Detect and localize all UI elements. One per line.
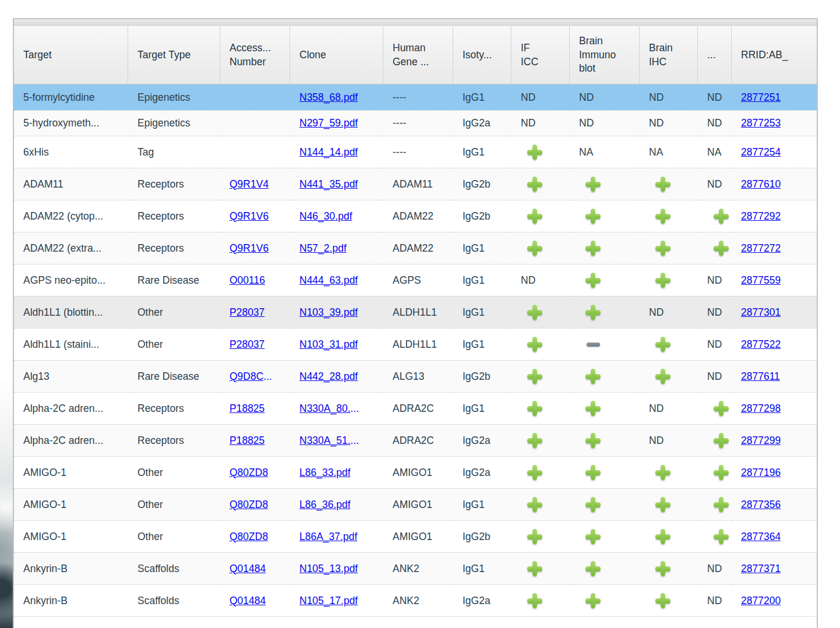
rrid-link[interactable]: 2877196 [741,467,781,478]
human-gene-cell: ADAM22 [383,200,453,232]
table-row[interactable]: AGPS neo-epito... Rare Disease O00116 N4… [14,264,817,296]
brain-ihc-cell: ND [640,392,698,424]
accession-link[interactable]: P18825 [230,435,264,446]
column-header-rrid[interactable]: RRID:AB_ [732,26,817,84]
table-row[interactable]: Alpha-2C adren... Receptors P18825 N330A… [14,392,817,424]
brain-immunoblot-cell [570,264,640,296]
accession-link[interactable]: Q9R1V6 [230,242,269,254]
accession-link[interactable]: O00116 [230,274,265,286]
clone-pdf-link[interactable]: N57_2.pdf [299,242,347,254]
rrid-link[interactable]: 2877559 [741,274,781,286]
table-row[interactable]: Ankyrin-B Scaffolds Q01484 N105_13.pdf A… [14,552,817,584]
accession-link[interactable]: Q80ZD8 [230,531,268,542]
clone-pdf-link[interactable]: N103_31.pdf [299,338,358,350]
if-icc-cell [511,552,570,584]
target-type-cell: Receptors [128,232,220,264]
table-row[interactable]: AMIGO-1 Other Q80ZD8 L86_33.pdf AMIGO1 I… [14,456,817,488]
column-header-target[interactable]: Target [14,26,128,84]
clone-pdf-link[interactable]: N330A_80. [299,403,351,414]
table-row[interactable]: ADAM22 (cytop... Receptors Q9R1V6 N46_30… [14,200,817,232]
target-type-text: Receptors [137,435,184,446]
plus-icon [714,465,729,480]
plus-icon [527,593,542,608]
table-row[interactable]: 5-hydroxymeth... Epigenetics N297_59.pdf… [14,110,817,136]
status-text: ND [707,91,722,104]
column-header-clone[interactable]: Clone [290,26,383,84]
rrid-link[interactable]: 2877356 [741,499,781,510]
rrid-link[interactable]: 2877272 [741,242,781,254]
clone-pdf-link[interactable]: N442_28.pdf [299,371,358,382]
accession-link[interactable]: Q80ZD8 [230,499,268,510]
accession-link[interactable]: Q9D8C [230,371,263,382]
rrid-link[interactable]: 2877251 [741,91,781,103]
clone-pdf-link[interactable]: L86A_37.pdf [299,531,357,542]
table-row[interactable]: AMIGO-1 Other Q80ZD8 L86_36.pdf AMIGO1 I… [14,488,817,520]
accession-link[interactable]: Q9R1V4 [230,178,269,190]
table-row[interactable]: 5-formylcytidine Epigenetics N358_68.pdf… [14,84,817,110]
clone-pdf-link[interactable]: L86_33.pdf [299,467,351,478]
rrid-link[interactable]: 2877610 [741,178,781,190]
table-row[interactable]: Alg13 Rare Disease Q9D8C... N442_28.pdf … [14,360,817,392]
column-header-human-gene[interactable]: Human Gene ... [383,26,453,84]
clone-pdf-link[interactable]: N441_35.pdf [299,178,358,190]
accession-link[interactable]: Q80ZD8 [230,467,268,478]
accession-link[interactable]: Q9R1V6 [230,210,269,222]
table-row[interactable]: 6xHis Tag N144_14.pdf ---- IgG1 NA NA NA… [14,136,817,168]
column-header-if-icc[interactable]: IF ICC [511,26,570,84]
plus-icon [585,401,601,416]
table-row[interactable]: Alpha-2C adren... Receptors P18825 N330A… [14,424,817,456]
clone-pdf-link[interactable]: N105_13.pdf [299,563,358,574]
table-row[interactable]: ADAM22 (extra... Receptors Q9R1V6 N57_2.… [14,232,817,264]
rrid-link[interactable]: 2877200 [741,595,781,606]
rrid-link[interactable]: 2877292 [741,210,781,222]
brain-ihc-cell: ND [640,84,698,110]
rrid-link[interactable]: 2877301 [741,306,781,318]
rrid-link[interactable]: 2877371 [741,563,781,574]
column-header-target-type[interactable]: Target Type [128,26,220,84]
target-type-cell: Other [128,488,220,520]
accession-link[interactable]: Q01484 [230,563,266,574]
clone-pdf-link[interactable]: N297_59.pdf [299,117,358,129]
clone-pdf-link[interactable]: L86_36.pdf [299,499,351,510]
status-text: ND [649,403,663,415]
table-row[interactable]: AMIGO-1 Other Q80ZD8 L86A_37.pdf AMIGO1 … [14,520,817,552]
clone-pdf-link[interactable]: N330A_51. [299,435,351,446]
plus-icon [527,433,542,448]
plus-icon [714,433,729,448]
column-header-more[interactable]: ... [698,26,732,84]
rrid-link[interactable]: 2877253 [741,117,781,129]
rrid-link[interactable]: 2877254 [741,146,781,158]
clone-pdf-link[interactable]: N358_68.pdf [299,91,358,103]
table-row[interactable]: ADAM11 Receptors Q9R1V4 N441_35.pdf ADAM… [14,168,817,200]
column-header-isotype[interactable]: Isoty... [453,26,511,84]
clone-pdf-link[interactable]: N444_63.pdf [299,274,358,286]
clone-pdf-link[interactable]: N144_14.pdf [299,146,358,158]
table-row[interactable]: Ankyrin-B Scaffolds Q01484 N105_17.pdf A… [14,584,817,616]
accession-link[interactable]: P28037 [230,306,264,318]
column-header-accession-number[interactable]: Access... Number [220,26,290,84]
antibody-data-grid: Target Target Type Access... Number Clon… [13,18,818,628]
if-icc-cell [511,424,570,456]
plus-icon [527,465,542,480]
rrid-link[interactable]: 2877522 [741,338,781,350]
clone-pdf-link[interactable]: N46_30.pdf [299,210,352,222]
rrid-link[interactable]: 2877611 [741,371,780,382]
accession-link[interactable]: P18825 [230,403,264,414]
clone-pdf-link[interactable]: N103_39.pdf [299,306,358,318]
column-header-brain-immunoblot[interactable]: Brain Immuno blot [570,26,640,84]
rrid-link[interactable]: 2877364 [741,531,781,542]
status-text: ND [649,91,663,104]
more-status-cell: ND [698,168,732,200]
rrid-link[interactable]: 2877298 [741,403,781,414]
column-header-brain-ihc[interactable]: Brain IHC [640,26,698,84]
table-row[interactable] [14,616,817,628]
accession-link[interactable]: Q01484 [230,595,266,606]
accession-link[interactable]: P28037 [230,338,264,350]
if-icc-cell: ND [511,110,570,136]
table-row[interactable]: Aldh1L1 (blottin... Other P28037 N103_39… [14,296,817,328]
rrid-cell: 2877356 [732,488,817,520]
table-row[interactable]: Aldh1L1 (staini... Other P28037 N103_31.… [14,328,817,360]
rrid-link[interactable]: 2877299 [741,435,781,446]
target-text: Ankyrin-B [23,563,68,574]
clone-pdf-link[interactable]: N105_17.pdf [299,595,358,606]
